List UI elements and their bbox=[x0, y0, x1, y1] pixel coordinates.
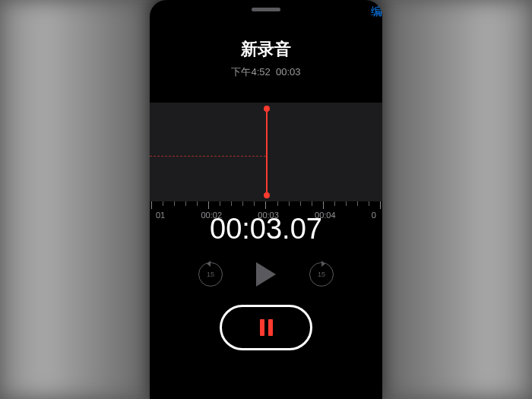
ruler-ticks bbox=[150, 201, 382, 209]
recording-title: 新录音 bbox=[150, 38, 382, 61]
playhead[interactable] bbox=[266, 107, 268, 197]
forward-arrow-icon bbox=[321, 261, 325, 267]
playback-controls: 15 15 bbox=[150, 262, 382, 287]
pause-icon-bar bbox=[260, 319, 264, 336]
playhead-handle-top[interactable] bbox=[264, 106, 270, 112]
sheet-grabber[interactable] bbox=[252, 8, 280, 11]
play-button[interactable] bbox=[256, 262, 276, 287]
recording-subtitle: 下午4:52 00:03 bbox=[150, 65, 382, 79]
tick-label: 01 bbox=[156, 211, 165, 220]
skip-back-button[interactable]: 15 bbox=[198, 262, 223, 287]
skip-back-seconds: 15 bbox=[207, 271, 214, 278]
record-control-row bbox=[150, 305, 382, 350]
recording-duration: 00:03 bbox=[276, 66, 301, 78]
time-ruler: 01 00:02 00:03 00:04 0 bbox=[150, 201, 382, 224]
tick-label: 00:02 bbox=[201, 211, 223, 220]
skip-forward-seconds: 15 bbox=[318, 271, 325, 278]
pause-record-button[interactable] bbox=[220, 305, 312, 350]
playhead-handle-bottom[interactable] bbox=[264, 192, 270, 198]
pause-icon-bar bbox=[268, 319, 273, 336]
tick-label: 00:03 bbox=[258, 211, 279, 220]
tick-label: 0 bbox=[372, 211, 376, 220]
recorder-sheet: 编辑 新录音 下午4:52 00:03 01 00:02 00:03 00:04… bbox=[150, 0, 382, 399]
ruler-labels: 01 00:02 00:03 00:04 0 bbox=[150, 211, 382, 220]
time-of-day: 下午4:52 bbox=[231, 66, 270, 78]
waveform-trace bbox=[150, 156, 266, 157]
skip-forward-button[interactable]: 15 bbox=[309, 262, 334, 287]
waveform[interactable] bbox=[150, 103, 382, 201]
tick-label: 00:04 bbox=[315, 211, 336, 220]
rewind-arrow-icon bbox=[207, 261, 211, 267]
